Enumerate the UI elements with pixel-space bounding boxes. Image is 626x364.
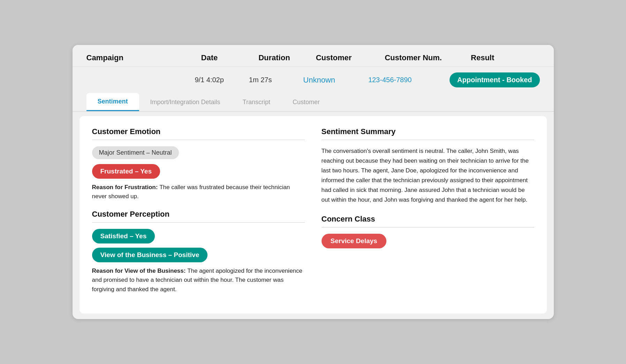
tab-sentiment[interactable]: Sentiment [86,93,139,111]
cell-result: Appointment - Booked [450,72,540,87]
right-column: Sentiment Summary The conversation's ove… [322,127,534,302]
cell-customer[interactable]: Unknown [303,76,368,85]
frustration-reason: Reason for Frustration: The caller was f… [92,183,305,201]
result-badge: Appointment - Booked [450,72,540,87]
view-label: Reason for View of the Business: [92,268,188,274]
tabs-container: Sentiment Import/Integration Details Tra… [73,93,554,112]
content-area: Customer Emotion Major Sentiment – Neutr… [80,116,547,313]
col-duration: Duration [258,53,316,62]
table-row: 9/1 4:02p 1m 27s Unknown 123-456-7890 Ap… [73,67,554,93]
divider-concern [322,227,534,227]
cell-duration: 1m 27s [249,76,303,84]
col-result: Result [471,53,540,62]
tab-customer[interactable]: Customer [281,93,331,111]
table-header: Campaign Date Duration Customer Customer… [73,45,554,67]
col-customer: Customer [316,53,385,62]
main-card: Campaign Date Duration Customer Customer… [73,45,554,319]
cell-date: 9/1 4:02p [195,76,249,84]
col-campaign: Campaign [86,53,201,62]
view-reason: Reason for View of the Business: The age… [92,266,305,294]
divider-perception [92,222,305,223]
concern-badge: Service Delays [322,234,386,248]
left-column: Customer Emotion Major Sentiment – Neutr… [92,127,305,302]
concern-title: Concern Class [322,215,534,224]
col-customer-num: Customer Num. [385,53,471,62]
perception-title: Customer Perception [92,210,305,219]
cell-customer-num[interactable]: 123-456-7890 [368,76,450,84]
frustration-label: Reason for Frustration: [92,184,160,191]
frustrated-badge: Frustrated – Yes [92,164,160,179]
view-badge: View of the Business – Positive [92,248,208,262]
summary-title: Sentiment Summary [322,127,534,136]
tab-transcript[interactable]: Transcript [232,93,281,111]
divider-summary [322,140,534,140]
col-date: Date [201,53,259,62]
divider-emotion [92,140,305,140]
tab-import-integration[interactable]: Import/Integration Details [139,93,232,111]
satisfied-badge: Satisfied – Yes [92,229,155,243]
summary-text: The conversation's overall sentiment is … [322,146,534,205]
emotion-title: Customer Emotion [92,127,305,136]
major-sentiment-badge: Major Sentiment – Neutral [92,146,179,159]
